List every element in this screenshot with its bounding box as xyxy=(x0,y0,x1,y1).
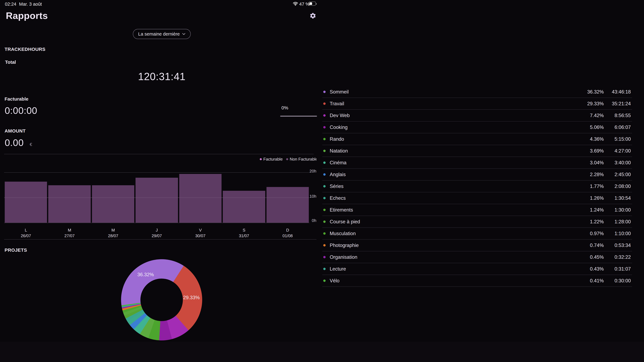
bar-31/07 xyxy=(223,191,265,223)
project-row-photographie[interactable]: Photographie0.74%0:53:34 xyxy=(322,240,632,251)
amount-currency: € xyxy=(30,142,32,147)
tracked-hours-section-title: TRACKEDHOURS xyxy=(4,47,46,52)
project-row-rando[interactable]: Rando4.36%5:15:00 xyxy=(322,133,632,145)
project-time: 2:08:00 xyxy=(607,184,631,189)
project-name: Etirements xyxy=(330,207,568,213)
project-time: 1:30:54 xyxy=(607,195,631,201)
battery-tip xyxy=(316,3,317,5)
battery-icon xyxy=(309,2,316,6)
x-label-27/07: M27/07 xyxy=(64,227,75,239)
chevron-down-icon xyxy=(182,33,185,35)
project-color-dot xyxy=(323,150,326,152)
project-percent: 2.28% xyxy=(568,172,604,177)
project-percent: 36.32% xyxy=(568,89,604,95)
legend-dot xyxy=(260,158,262,160)
project-row-travail[interactable]: Travail29.33%35:21:24 xyxy=(322,98,632,110)
project-percent: 29.33% xyxy=(568,101,604,107)
project-time: 1:28:00 xyxy=(607,219,631,225)
legend-item-non-facturable[interactable]: Non Facturable xyxy=(286,157,316,162)
project-time: 2:45:00 xyxy=(607,172,631,177)
amount-section-title: AMOUNT xyxy=(4,128,26,134)
project-percent: 3.69% xyxy=(568,148,604,154)
project-name: Course à pied xyxy=(330,219,568,225)
battery-percent-label: 47 % xyxy=(299,2,310,7)
ytick-10h: 10h xyxy=(307,194,316,199)
project-color-dot xyxy=(323,138,326,140)
billable-label: Facturable xyxy=(4,96,28,102)
gridline-10h-overlay xyxy=(4,198,310,198)
page-title: Rapports xyxy=(6,10,48,21)
x-label-30/07: V30/07 xyxy=(195,227,206,239)
project-row-lecture[interactable]: Lecture0.43%0:31:07 xyxy=(322,263,632,275)
period-dropdown[interactable]: La semaine dernière xyxy=(133,29,191,39)
project-time: 0:30:00 xyxy=(607,278,631,284)
reports-screen: 02:24 Mar. 3 août 47 % Rapports La semai… xyxy=(0,0,644,362)
project-percent: 0.41% xyxy=(568,278,604,284)
project-row-anglais[interactable]: Anglais2.28%2:45:00 xyxy=(322,169,632,180)
project-percent: 5.06% xyxy=(568,124,604,130)
project-name: Photographie xyxy=(330,243,568,248)
project-time: 8:56:55 xyxy=(607,113,631,118)
project-row-organisation[interactable]: Organisation0.45%0:32:22 xyxy=(322,251,632,263)
project-row-etirements[interactable]: Etirements1.24%1:30:00 xyxy=(322,204,632,216)
project-row-natation[interactable]: Natation3.69%4:27:00 xyxy=(322,145,632,157)
project-color-dot xyxy=(323,244,326,247)
project-color-dot xyxy=(323,209,326,211)
settings-button[interactable] xyxy=(310,12,316,20)
project-row-vélo[interactable]: Vélo0.41%0:30:00 xyxy=(322,275,632,287)
project-row-dev-web[interactable]: Dev Web7.42%8:56:55 xyxy=(322,110,632,121)
project-name: Sommeil xyxy=(330,89,568,95)
project-time: 4:27:00 xyxy=(607,148,631,154)
project-percent: 3.04% xyxy=(568,160,604,165)
project-percent: 1.77% xyxy=(568,184,604,189)
project-color-dot xyxy=(323,161,326,164)
project-color-dot xyxy=(323,102,326,105)
project-name: Vélo xyxy=(330,278,568,284)
project-time: 1:30:00 xyxy=(607,207,631,213)
period-dropdown-value: La semaine dernière xyxy=(138,32,180,37)
project-color-dot xyxy=(323,114,326,117)
project-color-dot xyxy=(323,126,326,128)
project-color-dot xyxy=(323,185,326,188)
status-time: 02:24 xyxy=(5,2,16,7)
ytick-20h: 20h xyxy=(307,169,316,173)
project-name: Lecture xyxy=(330,266,568,272)
project-percent: 0.43% xyxy=(568,266,604,272)
project-time: 43:46:18 xyxy=(607,89,631,95)
project-row-echecs[interactable]: Echecs1.26%1:30:54 xyxy=(322,192,632,204)
project-row-sommeil[interactable]: Sommeil36.32%43:46:18 xyxy=(322,86,632,98)
x-label-28/07: M28/07 xyxy=(108,227,118,239)
project-name: Natation xyxy=(330,148,568,154)
project-color-dot xyxy=(323,221,326,223)
project-percent: 0.97% xyxy=(568,231,604,236)
project-row-musculation[interactable]: Musculation0.97%1:10:00 xyxy=(322,228,632,240)
project-time: 0:31:07 xyxy=(607,266,631,272)
x-label-31/07: S31/07 xyxy=(239,227,249,239)
project-row-course-à-pied[interactable]: Course à pied1.22%1:28:00 xyxy=(322,216,632,228)
battery-fill xyxy=(310,2,312,5)
project-time: 5:15:00 xyxy=(607,136,631,142)
billable-progress-bar xyxy=(280,116,317,117)
project-percent: 0.45% xyxy=(568,254,604,260)
project-color-dot xyxy=(323,91,326,93)
legend-item-facturable[interactable]: Facturable xyxy=(260,157,283,162)
billable-value: 0:00:00 xyxy=(5,105,37,116)
project-name: Dev Web xyxy=(330,113,568,118)
bar-28/07 xyxy=(92,185,134,223)
bar-27/07 xyxy=(48,185,90,223)
gridline-0h xyxy=(4,223,310,223)
donut-hole xyxy=(140,279,183,321)
project-row-cooking[interactable]: Cooking5.06%6:06:07 xyxy=(322,121,632,133)
project-name: Cooking xyxy=(330,124,568,130)
project-list: Sommeil36.32%43:46:18Travail29.33%35:21:… xyxy=(322,86,632,287)
project-time: 0:32:22 xyxy=(607,254,631,260)
project-percent: 1.24% xyxy=(568,207,604,213)
bar-chart-legend: FacturableNon Facturable xyxy=(260,157,316,162)
total-value: 120:31:41 xyxy=(0,71,324,82)
billable-percent: 0% xyxy=(282,105,288,110)
bottom-strip xyxy=(0,342,644,362)
project-row-séries[interactable]: Séries1.77%2:08:00 xyxy=(322,180,632,192)
project-row-cinéma[interactable]: Cinéma3.04%3:40:00 xyxy=(322,157,632,169)
project-time: 0:53:34 xyxy=(607,243,631,248)
ytick-0h: 0h xyxy=(307,218,316,223)
